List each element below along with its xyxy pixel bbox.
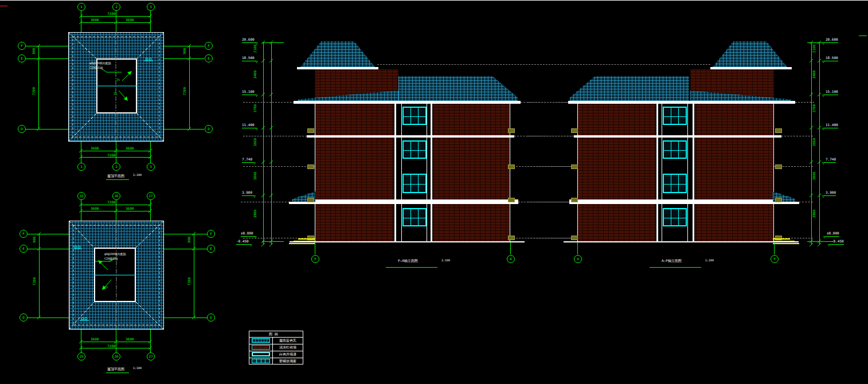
level-value: 11.400 [826,123,838,127]
grid-bubble: 3 [147,163,155,171]
dim-label: 900 [33,237,36,243]
dim-label: 3600 [91,338,99,341]
walkway-slab [292,199,518,204]
level-value: 20.600 [242,37,255,41]
grid-bubble: F [311,255,319,263]
dim-label: 3400 [812,70,816,79]
dim-label: 900 [183,48,186,54]
dim-label: 3840 [812,172,816,180]
drain-bracket [508,128,515,133]
datum-line [527,238,577,238]
dim-label: 3700 [253,104,257,112]
dim-label: 7200 [33,277,36,285]
plan-title: 屋顶平面图 [107,174,124,178]
drain-bracket [307,128,314,133]
plan-linework-svg [11,0,241,189]
dim-label: 3600 [126,147,134,150]
roof-annotation-line2: C20细石砼 [89,66,111,70]
grid-bubble: E [205,54,213,62]
legend-label: 屋面蓝色瓦 [279,339,296,342]
level-marker-icon: ▽ [249,244,252,248]
dim-label: 3600 [126,338,134,341]
grid-bubble: F [771,255,779,263]
grid-bubble: 2 [112,163,120,171]
level-marker-icon: ▽ [823,236,826,240]
cad-canvas: { "meta": { "background": "#000000", "li… [0,0,868,384]
grid-bubble: D [205,125,213,133]
stair-bay-pier [394,104,396,242]
dim-label: 3900 [253,210,257,218]
dim-label: 7200 [107,154,115,157]
datum-line [527,102,568,103]
level-flag: 18.500▽ [824,56,838,61]
roof-plan-2: 25 26 27 25 26 27 F E D F E D 7200 3600 … [0,189,241,384]
entry-steps [773,238,790,240]
stair-bay-line [401,104,402,242]
grid-bubble: 1 [77,163,85,171]
floor-band [307,135,514,138]
roof-annotation-line1: φ8@200双向配筋 [104,252,126,257]
slope-label: 2% [116,79,120,81]
stair-bay-line [427,104,427,242]
grid-bubble: D [207,314,215,322]
drain-bracket [571,236,578,240]
level-marker-icon: ▽ [822,94,824,98]
plan-linework-svg [11,189,241,384]
drain-bracket [571,128,578,133]
level-value: -0.450 [236,239,249,243]
window [663,107,687,125]
grid-bubble: 1 [77,3,85,11]
drain-bracket [508,198,515,202]
plan-title: 屋顶平面图 [107,367,124,371]
grid-bubble: A [507,255,515,263]
dim-label: 3600 [126,18,134,22]
drain-bracket [307,198,314,202]
drain-bracket [571,164,578,169]
dim-label: 2100 [812,45,816,53]
entry-steps [289,243,315,244]
dim-label: 3900 [812,210,816,218]
grid-bubble: 25 [77,192,85,200]
datum-line [377,64,710,65]
grid-line [774,242,775,254]
dim-label: 2100 [253,45,257,53]
scale-label: 1:100 [133,367,142,370]
legend-swatch-roof-tile [252,338,270,343]
dim-label: 900 [187,237,191,243]
level-marker-icon: ▽ [828,244,830,248]
stair-bay-pier [431,104,432,242]
drain-bracket [571,198,578,202]
grid-bubble: F [18,42,26,50]
dim-label: 7200 [107,344,115,348]
roof-annotation-line1: φ8@200双向配筋 [89,61,111,66]
level-value: 3.900 [826,190,836,194]
grid-line [315,242,315,254]
level-value: ±0.000 [827,231,839,235]
scale-label: 1:100 [441,259,450,262]
level-flag: 3.900▽ [242,191,254,196]
legend-label: 塑钢玻璃窗 [279,359,296,363]
dim-label: 7200 [187,277,191,285]
level-marker-icon: ▽ [255,127,257,131]
level-marker-icon: ▽ [822,42,824,46]
wall-edge [510,104,510,242]
level-value: 15.100 [242,89,255,93]
wall-edge [773,104,774,242]
scale-label: 1:100 [705,259,714,262]
level-flag: 20.600▽ [824,38,838,43]
grid-bubble: F [207,230,215,238]
legend-divider [272,337,273,365]
grid-bubble: E [19,245,28,253]
drain-bracket [508,164,515,169]
dim-label: 3600 [91,18,99,22]
slope-label: 2% [114,92,117,95]
dim-chain-svg [238,32,290,252]
level-flag: 11.400▽ [242,123,256,128]
datum-line [527,136,574,136]
entry-steps [773,243,799,244]
level-flag: ±0.000▽ [241,232,255,237]
slope-label: 2% [104,286,108,289]
legend-label: 清水红砖墙 [279,346,296,349]
grid-bubble: 2 [112,3,120,11]
level-marker-icon: ▽ [253,195,256,199]
